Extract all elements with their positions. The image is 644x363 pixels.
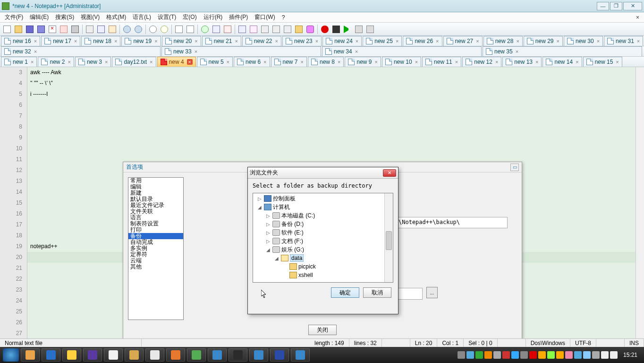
tab-close-icon[interactable]: × — [263, 59, 266, 65]
browse-ok-button[interactable]: 确定 — [331, 287, 359, 298]
file-tab[interactable]: new 19× — [121, 36, 161, 46]
tab-close-icon[interactable]: × — [150, 59, 153, 65]
tray-icon[interactable] — [565, 351, 573, 359]
tray-icon[interactable] — [458, 351, 465, 359]
word-wrap-button[interactable] — [211, 24, 221, 35]
tray-icon[interactable] — [529, 351, 537, 359]
tab-close-icon[interactable]: × — [34, 38, 37, 44]
cut-button[interactable] — [85, 24, 95, 35]
tab-close-icon[interactable]: × — [576, 59, 578, 65]
tray-icon[interactable] — [511, 351, 519, 359]
taskbar-app-button[interactable] — [125, 348, 144, 362]
tab-close-icon[interactable]: × — [114, 38, 117, 44]
tree-scrollbar[interactable] — [384, 193, 393, 282]
file-tab[interactable]: new 21× — [202, 36, 241, 46]
menu-item[interactable]: ? — [279, 13, 288, 22]
menu-item[interactable]: 窗口(W) — [252, 12, 278, 22]
doc-list-button[interactable] — [271, 24, 281, 35]
tab-close-icon[interactable]: × — [535, 59, 538, 65]
file-tab[interactable]: new 29× — [524, 36, 563, 46]
file-tab[interactable]: day12.txt× — [112, 57, 156, 67]
close-file-button[interactable] — [47, 24, 58, 35]
file-tab[interactable]: new 26× — [403, 36, 442, 46]
taskbar-app-button[interactable] — [291, 348, 310, 362]
tab-close-icon[interactable]: × — [557, 38, 559, 44]
file-tab[interactable]: new 1× — [1, 57, 37, 67]
file-tab[interactable]: new 22× — [242, 36, 281, 46]
tree-expand-icon[interactable]: ◢ — [265, 247, 271, 252]
tab-close-icon[interactable]: × — [516, 38, 519, 44]
tab-close-icon[interactable]: × — [374, 59, 377, 65]
tab-close-icon[interactable]: × — [455, 59, 458, 65]
file-tab[interactable]: new 27× — [443, 36, 483, 46]
new-file-button[interactable] — [2, 24, 12, 35]
file-tab[interactable]: new 2× — [38, 57, 74, 67]
zoom-out-button[interactable] — [185, 24, 195, 35]
file-tab[interactable]: new 11× — [422, 57, 461, 67]
tab-close-icon[interactable]: × — [436, 38, 439, 44]
folder-workspace-button[interactable] — [294, 24, 304, 35]
taskbar-app-button[interactable] — [229, 348, 247, 362]
tab-close-icon[interactable]: × — [637, 38, 640, 44]
save-all-button[interactable] — [36, 24, 46, 35]
file-tab[interactable]: new 35× — [483, 46, 642, 56]
tree-item[interactable]: ▷本地磁盘 (C:) — [253, 211, 393, 220]
tray-icon[interactable] — [475, 351, 483, 359]
taskbar-app-button[interactable] — [166, 348, 185, 362]
tray-icon[interactable] — [493, 351, 501, 359]
doc-map-button[interactable] — [260, 24, 270, 35]
menu-item[interactable]: 设置(T) — [155, 12, 179, 22]
close-button[interactable]: ✕ — [623, 2, 642, 10]
browse-close-button[interactable]: ✕ — [383, 169, 396, 177]
tree-expand-icon[interactable]: ▷ — [257, 196, 263, 201]
file-tab[interactable]: new 33× — [161, 46, 321, 56]
browse-backup-button[interactable]: ... — [426, 287, 438, 298]
tab-close-icon[interactable]: × — [315, 38, 318, 44]
macro-multi-play-button[interactable] — [354, 24, 364, 35]
macro-record-button[interactable] — [320, 24, 330, 35]
maximize-button[interactable]: ❐ — [610, 2, 622, 10]
file-tab[interactable]: new 12× — [462, 57, 501, 67]
tab-close-icon[interactable]: × — [31, 59, 34, 65]
file-tab[interactable]: new 23× — [282, 36, 322, 46]
tree-item[interactable]: ▷备份 (D:) — [253, 220, 393, 228]
preferences-close-bottom-button[interactable]: 关闭 — [308, 325, 337, 335]
tab-close-icon[interactable]: × — [34, 49, 37, 54]
function-list-button[interactable] — [282, 24, 293, 35]
file-tab[interactable]: new 3× — [75, 57, 111, 67]
file-tab[interactable]: new 8× — [308, 57, 344, 67]
replace-button[interactable] — [159, 24, 169, 35]
file-tab[interactable]: new 31× — [604, 36, 643, 46]
tree-item[interactable]: ▷控制面板 — [253, 194, 393, 203]
vertical-scrollbar[interactable] — [636, 67, 644, 362]
tree-expand-icon[interactable]: ▷ — [265, 222, 271, 227]
tree-item[interactable]: ▷文档 (F:) — [253, 237, 393, 245]
file-tab[interactable]: new 34× — [322, 46, 482, 56]
taskbar-app-button[interactable] — [21, 348, 40, 362]
tab-close-icon[interactable]: × — [105, 59, 108, 65]
tray-icon[interactable] — [556, 351, 564, 359]
start-button[interactable] — [3, 348, 19, 362]
tab-close-icon[interactable]: × — [74, 38, 77, 44]
tray-icon[interactable] — [484, 351, 492, 359]
custom-backup-input[interactable] — [396, 288, 423, 300]
taskbar-app-button[interactable] — [42, 348, 60, 362]
file-tab[interactable]: new 4× — [157, 57, 196, 67]
tab-close-icon[interactable]: × — [396, 38, 398, 44]
close-all-button[interactable] — [59, 24, 69, 35]
file-tab[interactable]: new 18× — [81, 36, 120, 46]
file-tab[interactable]: new 15× — [583, 57, 622, 67]
menu-item[interactable]: 语言(L) — [130, 12, 154, 22]
minimize-button[interactable]: — — [597, 2, 609, 10]
file-tab[interactable]: new 20× — [162, 36, 201, 46]
tab-close-icon[interactable]: × — [227, 59, 229, 65]
save-button[interactable] — [25, 24, 35, 35]
taskbar-clock[interactable]: 15:21 — [619, 352, 641, 358]
menu-item[interactable]: 插件(P) — [226, 12, 251, 22]
browse-titlebar[interactable]: 浏览文件夹 ✕ — [248, 167, 398, 179]
file-tab[interactable]: new 24× — [322, 36, 362, 46]
tree-item[interactable]: ◢data — [253, 254, 393, 262]
file-tab[interactable]: new 6× — [234, 57, 270, 67]
tree-expand-icon[interactable]: ▷ — [265, 230, 271, 235]
prefs-category-item[interactable]: 其他 — [128, 264, 183, 270]
